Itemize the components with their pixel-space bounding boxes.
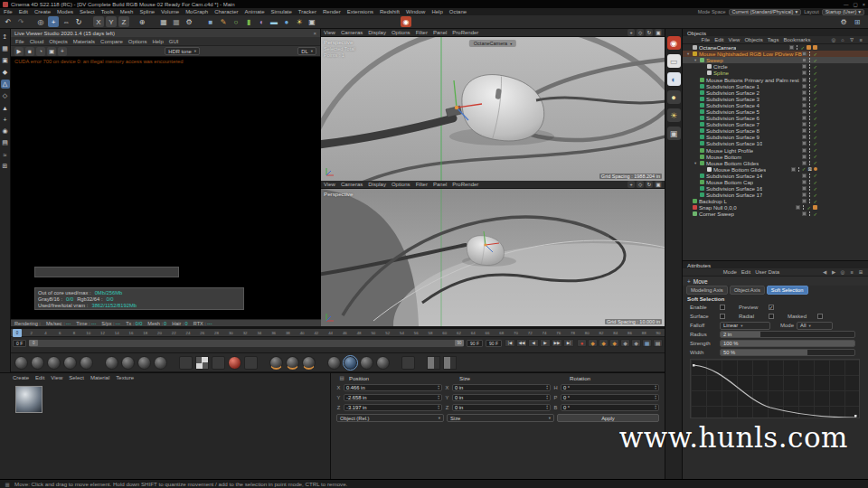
layer-chip[interactable]	[802, 148, 807, 153]
visibility-dots[interactable]	[802, 204, 805, 211]
mi-texture[interactable]: Texture	[116, 375, 134, 380]
layer-chip[interactable]	[802, 58, 807, 62]
generator-icon[interactable]: ▮	[243, 16, 254, 27]
home-icon[interactable]: ⌂	[839, 36, 846, 43]
mi-objects[interactable]: Objects	[49, 39, 67, 44]
object-row-subdivision-surface-6[interactable]: Subdivision Surface 6✓	[683, 115, 868, 121]
object-row-subdivision-surface-8[interactable]: Subdivision Surface 8✓	[683, 127, 868, 134]
material-sphere-icon[interactable]	[80, 356, 93, 370]
mi-material[interactable]: Material	[90, 375, 109, 380]
chk-icon[interactable]	[195, 356, 209, 370]
spho-icon[interactable]	[302, 356, 316, 370]
mode-dropdown[interactable]: All▾	[797, 322, 833, 330]
enable-check-icon[interactable]: ✓	[813, 173, 817, 178]
wbtn-item[interactable]: ▢	[854, 2, 858, 7]
spline-pen-icon[interactable]: ✎	[218, 16, 229, 27]
rotation-h-field[interactable]: 0 °▴▾	[561, 384, 659, 391]
mi-edit[interactable]: Edit	[714, 37, 723, 42]
vp-zoom-icon[interactable]: ◇	[637, 29, 644, 36]
viewport-canvas[interactable]: Perspective Grid Spacing : 10.000 in	[321, 189, 665, 326]
mi-redshift[interactable]: Redshift	[380, 9, 400, 14]
enable-check-icon[interactable]: ✓	[813, 192, 817, 198]
visibility-dots[interactable]	[808, 63, 811, 70]
visibility-dots[interactable]	[797, 166, 800, 173]
layer-chip[interactable]	[802, 122, 807, 127]
filter-icon[interactable]: ∇	[848, 36, 855, 43]
main-menu[interactable]: FileEditCreateModesSelectToolsMeshSpline…	[4, 9, 467, 14]
wbtn-item[interactable]: —	[844, 2, 849, 7]
settings-gear-icon[interactable]: ⚙	[838, 16, 849, 27]
object-row-mouse-bottom-cap[interactable]: Mouse Bottom Cap✓	[683, 179, 868, 185]
layer-chip[interactable]	[802, 141, 807, 145]
mi-cloud[interactable]: Cloud	[30, 39, 44, 44]
visibility-dots[interactable]	[808, 134, 811, 140]
current-frame-field[interactable]: 0 F	[13, 340, 26, 347]
tbtn-item[interactable]: ◀◀	[516, 339, 527, 347]
key-scale-icon[interactable]: ◆	[599, 339, 609, 347]
tab-modeling-axis[interactable]: Modeling Axis	[686, 286, 728, 295]
size-y-field[interactable]: 0 in▴▾	[452, 394, 551, 401]
object-row-mouse-bottom[interactable]: Mouse Bottom✓	[683, 154, 868, 160]
mi-prorender[interactable]: ProRender	[452, 30, 478, 35]
enable-check-icon[interactable]: ✓	[813, 186, 817, 192]
lock-z-icon[interactable]: Z	[118, 16, 129, 27]
layer-chip[interactable]	[802, 161, 807, 165]
enable-checkbox[interactable]	[720, 305, 725, 310]
surface-checkbox[interactable]	[720, 314, 725, 319]
object-row-mouse-bottom-glides[interactable]: Mouse Bottom Glides✓⊠	[683, 166, 868, 173]
layer-chip[interactable]	[802, 103, 807, 108]
mi-octane[interactable]: Octane	[449, 9, 467, 14]
mi-animate[interactable]: Animate	[244, 9, 264, 14]
duo-icon[interactable]	[427, 356, 440, 370]
mi-mograph[interactable]: MoGraph	[185, 9, 208, 14]
objects-panel-tab[interactable]: Objects	[683, 29, 868, 36]
visibility-dots[interactable]	[808, 160, 811, 166]
enable-check-icon[interactable]: ✓	[813, 128, 817, 134]
visibility-dots[interactable]	[808, 108, 811, 115]
workplane-snap-icon[interactable]: ≈	[1, 150, 10, 159]
scale-tool-icon[interactable]: ⇔	[61, 16, 71, 27]
mi-view[interactable]: View	[324, 30, 335, 35]
object-row-subdivision-surface-1[interactable]: Subdivision Surface 1✓	[683, 83, 868, 89]
octane-network-icon[interactable]: ◐	[667, 72, 681, 86]
mi-select[interactable]: Select	[69, 375, 84, 380]
object-row-octanecamera[interactable]: OctaneCamera✓	[683, 44, 868, 51]
object-row-subdivision-surface-2[interactable]: Subdivision Surface 2✓	[683, 89, 868, 96]
key-parameter-icon[interactable]: ◆	[620, 339, 630, 347]
history-forward-icon[interactable]: ▶	[830, 268, 837, 276]
object-row-subdivision-surface-10[interactable]: Subdivision Surface 10✓	[683, 140, 868, 146]
make-editable-icon[interactable]: ↥	[1, 33, 10, 42]
mi-tools[interactable]: Tools	[101, 9, 114, 14]
lock-icon[interactable]: ≡	[848, 268, 855, 276]
autokey-icon[interactable]: ▦	[642, 339, 652, 347]
mi-window[interactable]: Window	[406, 9, 425, 14]
visibility-dots[interactable]	[808, 198, 811, 204]
mode-space-dropdown[interactable]: Current (Standard/Physical)▾	[729, 9, 802, 15]
visibility-dots[interactable]	[796, 44, 798, 51]
material-sphere-icon[interactable]	[121, 356, 135, 370]
layer-chip[interactable]	[802, 52, 807, 56]
blue-icon[interactable]	[344, 356, 357, 370]
mi-create[interactable]: Create	[13, 375, 29, 380]
object-tag-icon[interactable]	[813, 45, 817, 50]
layer-chip[interactable]	[796, 205, 800, 210]
layer-chip[interactable]	[802, 211, 807, 216]
visibility-dots[interactable]	[808, 179, 811, 185]
vp-zoom-icon[interactable]: ◇	[637, 181, 644, 188]
enable-check-icon[interactable]: ✓	[807, 205, 811, 211]
enable-check-icon[interactable]: ✓	[813, 96, 817, 101]
mi-panel[interactable]: Panel	[433, 30, 447, 35]
enable-check-icon[interactable]: ✓	[813, 52, 817, 57]
position-z-field[interactable]: -3.197 in▴▾	[344, 404, 442, 411]
lv-restart-icon[interactable]: ◔	[36, 47, 45, 56]
falloff-curve-editor[interactable]	[690, 359, 860, 418]
visibility-dots[interactable]	[808, 102, 811, 108]
enable-check-icon[interactable]: ✓	[813, 180, 817, 185]
environment-icon[interactable]: ▬	[269, 16, 279, 27]
tbtn-item[interactable]: |◀	[505, 339, 515, 347]
object-tag-icon[interactable]	[807, 45, 811, 50]
layer-chip[interactable]	[802, 199, 807, 203]
mi-cameras[interactable]: Cameras	[341, 30, 363, 35]
mi-view[interactable]: View	[729, 37, 741, 42]
mi-character[interactable]: Character	[214, 9, 238, 14]
